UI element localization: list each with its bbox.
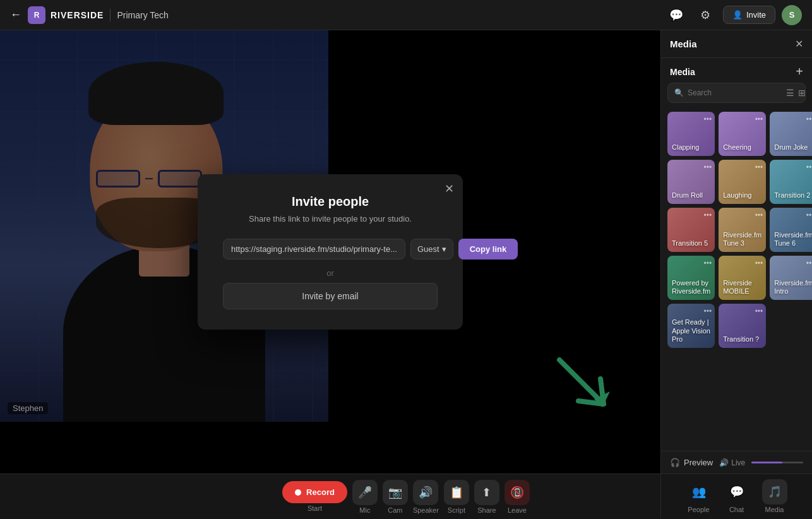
media-card-5[interactable]: ••• Laughing [719, 160, 766, 204]
media-card-label-10: Powered by Riverside.fm [672, 279, 710, 295]
media-card-label-4: Drum Roll [672, 191, 710, 200]
media-card-menu-7[interactable]: ••• [704, 211, 712, 220]
media-card-menu-9[interactable]: ••• [806, 211, 812, 220]
close-icon: ✕ [795, 39, 803, 49]
invite-email-button[interactable]: Invite by email [223, 283, 438, 309]
user-avatar[interactable]: S [782, 5, 802, 25]
panel-subheader: Media + [661, 58, 812, 83]
media-card-12[interactable]: ••• Riverside.fm Intro [770, 256, 812, 300]
panel-add-button[interactable]: + [796, 64, 803, 79]
share-control: ⬆ Share [474, 480, 499, 514]
guest-dropdown[interactable]: Guest ▾ [410, 239, 453, 260]
invite-link-input: https://staging.riverside.fm/studio/prim… [223, 239, 405, 260]
media-card-menu-6[interactable]: ••• [806, 163, 812, 172]
media-card-14[interactable]: ••• Transition ? [719, 304, 766, 348]
logo-area: R RIVERSIDE [28, 6, 104, 24]
media-card-2[interactable]: ••• Cheering [719, 112, 766, 156]
leave-button[interactable]: 📵 [505, 480, 530, 505]
media-card-4[interactable]: ••• Drum Roll [667, 160, 715, 204]
leave-label: Leave [508, 506, 527, 514]
media-card-label-14: Transition ? [723, 335, 761, 343]
media-grid: ••• Clapping ••• Cheering ••• Drum Joke … [661, 108, 812, 451]
record-control: Record Start [282, 481, 347, 512]
media-card-menu-1[interactable]: ••• [704, 115, 712, 124]
mic-icon-btn[interactable]: 🎤 [352, 480, 378, 505]
main-area: Stephen ✕ Invite people Share this link … [0, 30, 812, 474]
mic-label: Mic [359, 506, 370, 514]
script-icon-btn[interactable]: 📋 [444, 480, 469, 505]
chat-button[interactable]: 💬 [665, 4, 688, 27]
media-card-label-9: Riverside.fm Tune 6 [774, 231, 812, 248]
media-card-6[interactable]: ••• Transition 2 [770, 160, 812, 204]
preview-button[interactable]: 🎧 Preview [670, 458, 713, 467]
grid-view-icon[interactable]: ⊞ [798, 88, 806, 98]
share-icon-btn[interactable]: ⬆ [474, 480, 499, 505]
headphone-icon: 🎧 [670, 458, 680, 467]
media-card-8[interactable]: ••• Riverside.fm Tune 3 [719, 208, 766, 252]
topbar-right: 💬 ⚙ 👤 Invite S [665, 4, 802, 27]
media-card-menu-10[interactable]: ••• [704, 259, 712, 268]
media-card-label-13: Get Ready | Apple Vision Pro [672, 318, 710, 343]
record-label: Record [306, 487, 335, 497]
back-button[interactable]: ← [10, 8, 21, 21]
sidebar-people[interactable]: 👥 People [686, 479, 712, 513]
bottom-bar: Record Start 🎤 Mic 📷 Cam 🔊 Speaker 📋 Scr… [0, 474, 812, 519]
invite-email-label: Invite by email [302, 291, 358, 301]
media-card-label-3: Drum Joke [774, 143, 812, 152]
media-card-label-11: Riverside MOBILE [723, 279, 761, 295]
invite-button[interactable]: 👤 Invite [723, 6, 775, 24]
media-card-menu-8[interactable]: ••• [755, 211, 763, 220]
volume-icon: 🔊 [719, 458, 729, 467]
media-card-9[interactable]: ••• Riverside.fm Tune 6 [770, 208, 812, 252]
modal-overlay: ✕ Invite people Share this link to invit… [0, 30, 660, 474]
script-control: 📋 Script [444, 480, 469, 514]
modal-close-button[interactable]: ✕ [445, 182, 454, 196]
avatar-initial: S [789, 10, 795, 20]
list-view-icon[interactable]: ☰ [786, 88, 794, 98]
chat-icon: 💬 [669, 8, 683, 22]
media-card-label-2: Cheering [723, 143, 761, 152]
media-card-label-7: Transition 5 [672, 239, 710, 248]
media-card-10[interactable]: ••• Powered by Riverside.fm [667, 256, 715, 300]
sidebar-bottom-icons: 👥 People 💬 Chat 🎵 Media [660, 474, 812, 519]
chevron-down-icon: ▾ [442, 244, 446, 254]
settings-button[interactable]: ⚙ [694, 4, 717, 27]
leave-control: 📵 Leave [505, 480, 530, 514]
media-card-menu-2[interactable]: ••• [755, 115, 763, 124]
plus-icon: + [796, 64, 803, 78]
panel-subtitle: Media [670, 67, 695, 77]
live-label: Live [731, 458, 745, 467]
media-card-menu-3[interactable]: ••• [806, 115, 812, 124]
media-card-13[interactable]: ••• Get Ready | Apple Vision Pro [667, 304, 715, 348]
topbar-left: ← R RIVERSIDE Primary Tech [10, 6, 657, 24]
volume-slider[interactable] [751, 462, 803, 463]
topbar: ← R RIVERSIDE Primary Tech 💬 ⚙ 👤 Invite … [0, 0, 812, 30]
cam-icon-btn[interactable]: 📷 [383, 480, 408, 505]
invite-modal: ✕ Invite people Share this link to invit… [198, 174, 463, 330]
media-card-menu-12[interactable]: ••• [806, 259, 812, 268]
search-input[interactable] [688, 88, 782, 97]
record-button[interactable]: Record [282, 481, 347, 503]
media-card-menu-5[interactable]: ••• [755, 163, 763, 172]
media-card-menu-11[interactable]: ••• [755, 259, 763, 268]
preview-label: Preview [684, 458, 713, 467]
media-card-menu-4[interactable]: ••• [704, 163, 712, 172]
invite-label: Invite [746, 10, 766, 20]
media-card-11[interactable]: ••• Riverside MOBILE [719, 256, 766, 300]
media-card-1[interactable]: ••• Clapping [667, 112, 715, 156]
speaker-control: 🔊 Speaker [413, 480, 439, 514]
copy-link-button[interactable]: Copy link [458, 239, 518, 260]
media-card-3[interactable]: ••• Drum Joke [770, 112, 812, 156]
speaker-icon-btn[interactable]: 🔊 [413, 480, 438, 505]
sidebar-media[interactable]: 🎵 Media [762, 479, 787, 513]
people-icon: 👥 [686, 479, 712, 504]
media-label: Media [765, 506, 784, 513]
panel-close-button[interactable]: ✕ [795, 38, 803, 50]
close-icon: ✕ [445, 182, 454, 195]
media-card-menu-13[interactable]: ••• [704, 307, 712, 316]
sidebar-chat[interactable]: 💬 Chat [724, 479, 749, 513]
media-card-menu-14[interactable]: ••• [755, 307, 763, 316]
or-divider: or [223, 268, 438, 278]
mic-control: 🎤 Mic [352, 480, 378, 514]
media-card-7[interactable]: ••• Transition 5 [667, 208, 715, 252]
